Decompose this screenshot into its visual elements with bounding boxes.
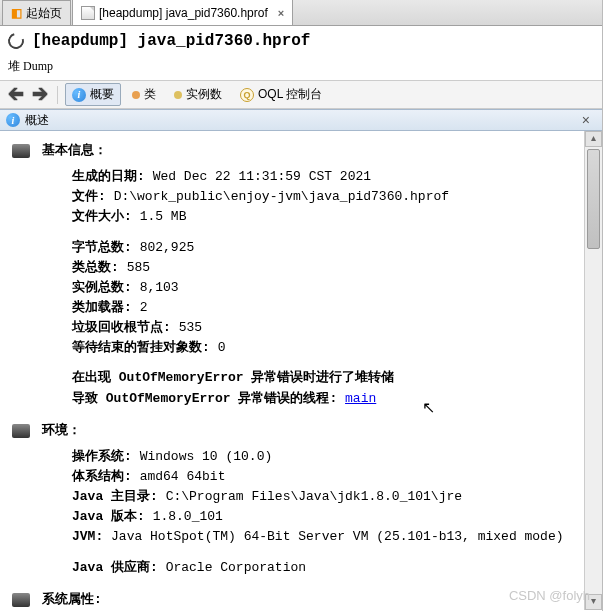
forward-button[interactable]: 🡲 bbox=[30, 86, 50, 104]
scroll-area: 基本信息： 生成的日期: Wed Dec 22 11:31:59 CST 202… bbox=[0, 131, 584, 610]
label: 文件: bbox=[72, 189, 106, 204]
toolbar: 🡰 🡲 i 概要 类 实例数 Q OQL 控制台 bbox=[0, 81, 602, 109]
label: 生成的日期: bbox=[72, 169, 145, 184]
label: Java 主目录: bbox=[72, 489, 158, 504]
page-title: [heapdump] java_pid7360.hprof bbox=[32, 32, 310, 50]
tab-label: 起始页 bbox=[26, 5, 62, 22]
btn-label: 类 bbox=[144, 86, 156, 103]
oql-icon: Q bbox=[240, 88, 254, 102]
tab-start[interactable]: ◧ 起始页 bbox=[2, 0, 71, 25]
start-icon: ◧ bbox=[11, 6, 22, 20]
section-env: 环境： 操作系统: Windows 10 (10.0) 体系结构: amd64 … bbox=[12, 421, 572, 578]
section-sys: 系统属性: bbox=[12, 590, 572, 610]
chip-icon bbox=[12, 144, 30, 158]
label: 垃圾回收根节点: bbox=[72, 320, 171, 335]
class-icon bbox=[132, 91, 140, 99]
value: Oracle Corporation bbox=[166, 560, 306, 575]
refresh-icon[interactable] bbox=[5, 30, 27, 52]
value: D:\work_public\enjoy-jvm\java_pid7360.hp… bbox=[114, 189, 449, 204]
close-icon[interactable]: × bbox=[576, 112, 596, 128]
value: Windows 10 (10.0) bbox=[140, 449, 273, 464]
instance-icon bbox=[174, 91, 182, 99]
label: JVM: bbox=[72, 529, 103, 544]
section-title: 环境： bbox=[42, 421, 572, 441]
value: C:\Program Files\Java\jdk1.8.0_101\jre bbox=[166, 489, 462, 504]
subtitle: 堆 Dump bbox=[0, 56, 602, 81]
content-area: 基本信息： 生成的日期: Wed Dec 22 11:31:59 CST 202… bbox=[0, 131, 602, 610]
value: 585 bbox=[127, 260, 150, 275]
tabs-bar: ◧ 起始页 [heapdump] java_pid7360.hprof × bbox=[0, 0, 602, 26]
label: 类加载器: bbox=[72, 300, 132, 315]
section-title: 基本信息： bbox=[42, 141, 572, 161]
outline-bar: i 概述 × bbox=[0, 109, 602, 131]
label: Java 版本: bbox=[72, 509, 145, 524]
value: 1.5 MB bbox=[140, 209, 187, 224]
text: 在出现 bbox=[72, 370, 119, 385]
text: 异常错误的线程: bbox=[231, 391, 345, 406]
label: 操作系统: bbox=[72, 449, 132, 464]
classes-button[interactable]: 类 bbox=[125, 83, 163, 106]
text: OutOfMemoryError bbox=[119, 370, 244, 385]
btn-label: 概要 bbox=[90, 86, 114, 103]
value: 8,103 bbox=[140, 280, 179, 295]
label: Java 供应商: bbox=[72, 560, 158, 575]
value: 535 bbox=[179, 320, 202, 335]
value: amd64 64bit bbox=[140, 469, 226, 484]
info-icon: i bbox=[6, 113, 20, 127]
title-row: [heapdump] java_pid7360.hprof bbox=[0, 26, 602, 56]
value: 802,925 bbox=[140, 240, 195, 255]
value: Java HotSpot(TM) 64-Bit Server VM (25.10… bbox=[111, 529, 563, 544]
oql-button[interactable]: Q OQL 控制台 bbox=[233, 83, 329, 106]
value: 2 bbox=[140, 300, 148, 315]
close-icon[interactable]: × bbox=[278, 7, 284, 19]
overview-button[interactable]: i 概要 bbox=[65, 83, 121, 106]
outline-title: 概述 bbox=[25, 112, 49, 129]
tab-heapdump[interactable]: [heapdump] java_pid7360.hprof × bbox=[72, 0, 293, 25]
info-icon: i bbox=[72, 88, 86, 102]
file-icon bbox=[81, 6, 95, 20]
text: OutOfMemoryError bbox=[106, 391, 231, 406]
value: 0 bbox=[218, 340, 226, 355]
section-title: 系统属性: bbox=[42, 590, 572, 610]
watermark: CSDN @folyh bbox=[509, 588, 590, 603]
scroll-thumb[interactable] bbox=[587, 149, 600, 249]
scroll-up-button[interactable]: ▴ bbox=[585, 131, 602, 147]
label: 文件大小: bbox=[72, 209, 132, 224]
instances-button[interactable]: 实例数 bbox=[167, 83, 229, 106]
value: 1.8.0_101 bbox=[153, 509, 223, 524]
label: 体系结构: bbox=[72, 469, 132, 484]
label: 实例总数: bbox=[72, 280, 132, 295]
text: 异常错误时进行了堆转储 bbox=[244, 370, 395, 385]
thread-link[interactable]: main bbox=[345, 391, 376, 406]
section-basic: 基本信息： 生成的日期: Wed Dec 22 11:31:59 CST 202… bbox=[12, 141, 572, 409]
btn-label: 实例数 bbox=[186, 86, 222, 103]
btn-label: OQL 控制台 bbox=[258, 86, 322, 103]
back-button[interactable]: 🡰 bbox=[6, 86, 26, 104]
value: Wed Dec 22 11:31:59 CST 2021 bbox=[153, 169, 371, 184]
label: 类总数: bbox=[72, 260, 119, 275]
label: 字节总数: bbox=[72, 240, 132, 255]
text: 导致 bbox=[72, 391, 106, 406]
tab-label: [heapdump] java_pid7360.hprof bbox=[99, 6, 268, 20]
vertical-scrollbar[interactable]: ▴ ▾ bbox=[584, 131, 602, 610]
chip-icon bbox=[12, 424, 30, 438]
label: 等待结束的暂挂对象数: bbox=[72, 340, 210, 355]
chip-icon bbox=[12, 593, 30, 607]
separator bbox=[57, 86, 58, 104]
